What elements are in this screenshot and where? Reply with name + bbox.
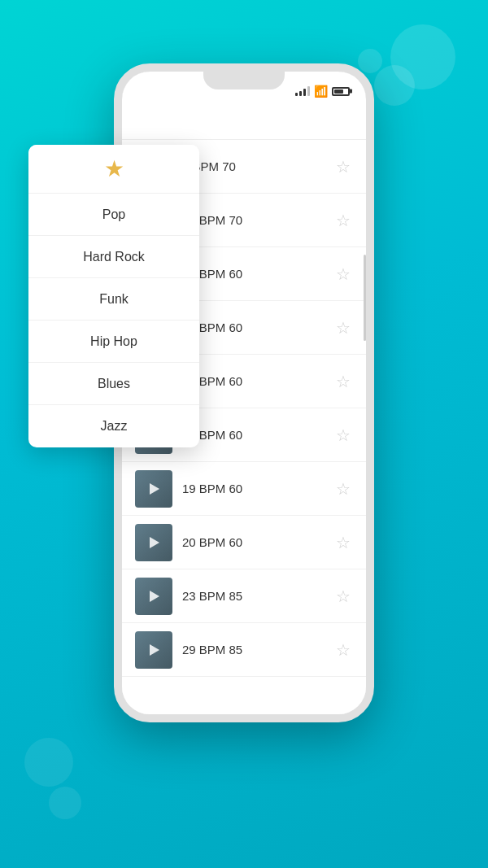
star-empty-icon: ☆ — [336, 212, 351, 229]
favorite-button[interactable]: ☆ — [333, 640, 353, 660]
battery-fill — [334, 89, 343, 94]
play-icon — [150, 483, 159, 495]
dropdown-items-container: PopHard RockFunkHip HopBluesJazz — [28, 194, 199, 447]
favorite-button[interactable]: ☆ — [333, 211, 353, 230]
deco-circle-4 — [24, 738, 73, 787]
track-name: 20 BPM 60 — [182, 535, 333, 549]
favorite-button[interactable]: ☆ — [333, 157, 353, 177]
star-empty-icon: ☆ — [336, 588, 351, 604]
track-name: 23 BPM 85 — [182, 589, 333, 603]
favorite-button[interactable]: ☆ — [333, 479, 353, 499]
track-item[interactable]: 20 BPM 60 ☆ — [122, 516, 366, 569]
dropdown-genre-item[interactable]: Hard Rock — [28, 236, 199, 278]
battery-icon — [332, 87, 350, 96]
play-icon — [150, 537, 159, 548]
phone-container: 📶 1 BPM 70 ☆ 10 BPM 70 — [106, 63, 382, 868]
track-name: 14 BPM 60 — [182, 374, 333, 388]
star-empty-icon: ☆ — [336, 481, 351, 497]
favorite-button[interactable]: ☆ — [333, 372, 353, 391]
favorite-button[interactable]: ☆ — [333, 533, 353, 552]
scroll-indicator — [364, 255, 366, 341]
wifi-icon: 📶 — [314, 85, 328, 98]
track-item[interactable]: 29 BPM 85 ☆ — [122, 623, 366, 677]
star-empty-icon: ☆ — [336, 320, 351, 336]
favorite-star-icon: ★ — [104, 155, 124, 182]
dropdown-genre-item[interactable]: Blues — [28, 363, 199, 405]
track-thumbnail — [135, 470, 172, 508]
track-thumbnail — [135, 631, 172, 669]
star-empty-icon: ☆ — [336, 427, 351, 443]
track-thumbnail — [135, 524, 172, 561]
star-empty-icon: ☆ — [336, 534, 351, 551]
track-name: 19 BPM 60 — [182, 482, 333, 495]
app-navbar — [122, 104, 366, 140]
phone-notch — [203, 72, 285, 89]
star-empty-icon: ☆ — [336, 642, 351, 658]
track-thumbnail — [135, 578, 172, 615]
track-name: 10 BPM 70 — [182, 213, 333, 227]
favorite-button[interactable]: ☆ — [333, 587, 353, 606]
dropdown-genre-item[interactable]: Pop — [28, 194, 199, 236]
track-name: 13 BPM 60 — [182, 321, 333, 334]
dropdown-genre-item[interactable]: Funk — [28, 278, 199, 321]
play-icon — [150, 644, 159, 656]
deco-circle-5 — [49, 787, 81, 819]
track-name: 18 BPM 60 — [182, 428, 333, 442]
favorite-button[interactable]: ☆ — [333, 264, 353, 284]
favorite-button[interactable]: ☆ — [333, 425, 353, 445]
track-name: 12 BPM 60 — [182, 267, 333, 281]
track-name: 29 BPM 85 — [182, 643, 333, 656]
dropdown-star-row[interactable]: ★ — [28, 145, 199, 194]
track-item[interactable]: 19 BPM 60 ☆ — [122, 462, 366, 516]
dropdown-menu: ★ PopHard RockFunkHip HopBluesJazz — [28, 145, 199, 447]
play-icon — [150, 591, 159, 602]
dropdown-genre-item[interactable]: Hip Hop — [28, 321, 199, 363]
star-empty-icon: ☆ — [336, 159, 351, 175]
dropdown-genre-item[interactable]: Jazz — [28, 405, 199, 447]
status-icons: 📶 — [295, 85, 350, 98]
signal-icon — [295, 86, 310, 96]
star-empty-icon: ☆ — [336, 373, 351, 390]
track-item[interactable]: 23 BPM 85 ☆ — [122, 569, 366, 623]
favorite-button[interactable]: ☆ — [333, 318, 353, 338]
track-name: 1 BPM 70 — [182, 159, 333, 173]
star-empty-icon: ☆ — [336, 266, 351, 282]
